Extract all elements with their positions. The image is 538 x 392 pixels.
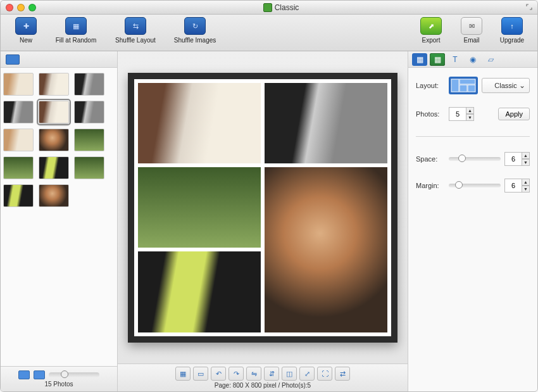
zoom-window-button[interactable]	[28, 4, 36, 11]
margin-label: Margin:	[416, 182, 445, 189]
photos-stepper[interactable]: ▲▼	[449, 107, 474, 121]
email-icon: ✉	[461, 17, 482, 35]
photos-row: Photos: ▲▼ Apply	[416, 107, 530, 121]
collage-canvas[interactable]	[128, 73, 397, 343]
export-label: Export	[422, 37, 441, 44]
fill-random-icon: ▦	[65, 17, 87, 35]
upgrade-icon: ↑	[501, 17, 523, 35]
upgrade-label: Upgrade	[500, 37, 524, 44]
thumbnail[interactable]	[39, 184, 69, 207]
space-input[interactable]	[504, 152, 522, 166]
apply-button[interactable]: Apply	[498, 108, 530, 120]
svg-rect-2	[460, 85, 467, 92]
collage-cell[interactable]	[138, 167, 261, 248]
thumbnail[interactable]	[74, 156, 104, 179]
margin-stepper[interactable]: ▲▼	[504, 179, 530, 193]
add-photos-icon[interactable]	[18, 370, 30, 379]
photos-input[interactable]	[449, 107, 466, 121]
shuffle-layout-button[interactable]: ⇆ Shuffle Layout	[106, 17, 165, 44]
step-down-icon[interactable]: ▼	[522, 159, 530, 166]
content-body: 15 Photos ▦ ▭	[1, 51, 537, 391]
canvas-toolbar: ▦ ▭ ↶ ↷ ⇋ ⇵ ◫ ⤢ ⛶ ⇄ Page: 800 X 800 pixe…	[118, 364, 408, 391]
svg-rect-0	[451, 79, 459, 92]
thumbnail[interactable]	[3, 73, 34, 96]
layout-preview-icon[interactable]	[449, 77, 478, 94]
shuffle-images-button[interactable]: ↻ Shuffle Images	[165, 17, 225, 44]
email-label: Email	[463, 37, 479, 44]
space-stepper[interactable]: ▲▼	[504, 152, 530, 166]
step-up-icon[interactable]: ▲	[522, 179, 530, 186]
space-label: Space:	[416, 155, 445, 163]
tab-pattern[interactable]: ◉	[465, 53, 480, 66]
thumbnail-grid[interactable]	[1, 68, 117, 366]
photos-label: Photos:	[416, 110, 445, 118]
margin-slider[interactable]	[449, 184, 501, 187]
thumbnail[interactable]	[3, 156, 34, 179]
thumbnail[interactable]	[74, 101, 104, 123]
photo-count: 15 Photos	[44, 381, 73, 388]
space-slider[interactable]	[449, 157, 501, 161]
upgrade-button[interactable]: ↑ Upgrade	[492, 17, 532, 44]
new-icon: ✚	[15, 17, 37, 35]
canvas-tool-rotate-right[interactable]: ↷	[228, 367, 244, 381]
divider	[416, 136, 530, 137]
thumbnail[interactable]	[39, 73, 69, 96]
export-button[interactable]: ⬈ Export	[411, 17, 451, 44]
traffic-lights	[6, 4, 36, 11]
canvas-tool-flip-h[interactable]: ⇋	[246, 367, 261, 381]
canvas-status: Page: 800 X 800 pixel / Photo(s):5	[215, 382, 311, 389]
shuffle-images-icon: ↻	[184, 17, 206, 35]
thumbnail-selected[interactable]	[39, 101, 69, 123]
thumbnail-zoom-slider[interactable]	[49, 372, 99, 377]
minimize-window-button[interactable]	[17, 4, 25, 11]
expand-icon[interactable]	[526, 4, 532, 11]
collage-cell[interactable]	[265, 167, 387, 332]
thumbnail[interactable]	[74, 73, 104, 96]
title-center: Classic	[36, 3, 526, 12]
properties-panel: ▦ ▦ T ◉ ▱ Layout: Classic Photos:	[408, 51, 537, 391]
remove-photos-icon[interactable]	[34, 370, 45, 379]
canvas-tool-resize[interactable]: ⤢	[299, 367, 315, 381]
thumbnail[interactable]	[39, 129, 69, 151]
collage-cell[interactable]	[265, 83, 387, 163]
canvas-tool-swap[interactable]: ⇄	[335, 367, 350, 381]
canvas-area: ▦ ▭ ↶ ↷ ⇋ ⇵ ◫ ⤢ ⛶ ⇄ Page: 800 X 800 pixe…	[118, 51, 408, 391]
canvas-tool-flip-v[interactable]: ⇵	[264, 367, 279, 381]
svg-rect-1	[460, 79, 475, 84]
fill-random-button[interactable]: ▦ Fill at Random	[46, 17, 106, 44]
canvas-tool-crop[interactable]: ◫	[282, 367, 297, 381]
tab-layout[interactable]: ▦	[412, 53, 427, 66]
tab-color[interactable]: ▱	[483, 53, 498, 66]
new-label: New	[20, 37, 32, 44]
layout-select[interactable]: Classic	[482, 78, 530, 93]
thumbnail[interactable]	[3, 184, 34, 207]
tab-text[interactable]: T	[447, 53, 463, 66]
photos-tab-icon[interactable]	[6, 54, 20, 65]
margin-input[interactable]	[504, 179, 522, 193]
canvas-tool-grid[interactable]: ▦	[175, 367, 191, 381]
collage-cell[interactable]	[138, 83, 261, 163]
new-button[interactable]: ✚ New	[6, 17, 46, 44]
space-row: Space: ▲▼	[416, 152, 530, 166]
thumbnail[interactable]	[39, 156, 69, 179]
window-title: Classic	[275, 3, 299, 12]
step-up-icon[interactable]: ▲	[522, 152, 530, 159]
titlebar: Classic	[1, 1, 537, 15]
collage-cell[interactable]	[138, 251, 261, 332]
shuffle-layout-label: Shuffle Layout	[115, 37, 156, 44]
step-down-icon[interactable]: ▼	[522, 186, 530, 193]
main-toolbar: ✚ New ▦ Fill at Random ⇆ Shuffle Layout …	[1, 15, 537, 51]
canvas-tool-layout[interactable]: ▭	[193, 367, 208, 381]
email-button[interactable]: ✉ Email	[451, 17, 492, 44]
layout-label: Layout:	[416, 82, 445, 89]
canvas-tool-rotate-left[interactable]: ↶	[211, 367, 226, 381]
photos-sidebar: 15 Photos	[1, 51, 118, 391]
thumbnail[interactable]	[3, 129, 34, 151]
tab-grid[interactable]: ▦	[430, 53, 445, 66]
close-window-button[interactable]	[6, 4, 13, 11]
step-up-icon[interactable]: ▲	[466, 107, 474, 114]
thumbnail[interactable]	[3, 101, 34, 123]
canvas-tool-fit[interactable]: ⛶	[317, 367, 332, 381]
thumbnail[interactable]	[74, 129, 104, 151]
step-down-icon[interactable]: ▼	[466, 114, 474, 121]
